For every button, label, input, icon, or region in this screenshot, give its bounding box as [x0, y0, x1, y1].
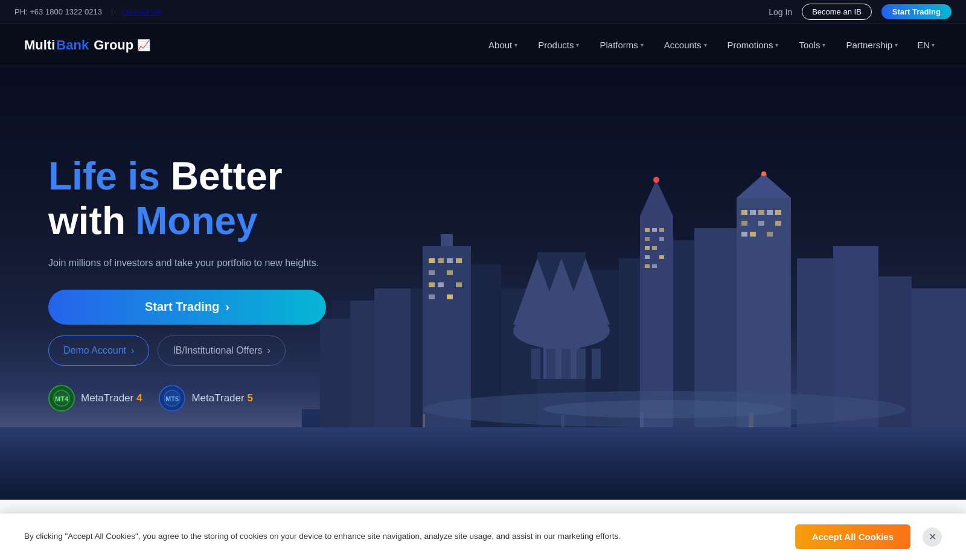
platform-mt4[interactable]: MT4 MetaTrader 4: [48, 385, 142, 412]
svg-rect-14: [374, 288, 411, 439]
hero-cta-row: Demo Account › IB/Institutional Offers ›: [48, 336, 326, 366]
nav-language-chevron: ▾: [932, 42, 935, 48]
cookie-text: By clicking "Accept All Cookies", you ag…: [24, 530, 783, 542]
svg-rect-26: [429, 294, 435, 299]
nav-item-partnership[interactable]: Partnership ▾: [837, 35, 906, 55]
svg-rect-51: [652, 264, 657, 268]
nav-partnership-chevron: ▾: [895, 42, 898, 48]
hero-word-is: is: [128, 154, 171, 198]
svg-rect-42: [652, 228, 657, 232]
nav-item-about[interactable]: About ▾: [480, 35, 526, 55]
mt4-label: MetaTrader 4: [81, 392, 142, 404]
svg-rect-34: [592, 349, 601, 379]
login-button[interactable]: Log In: [769, 7, 792, 17]
svg-rect-49: [659, 255, 664, 259]
mt5-icon: MT5: [159, 385, 185, 412]
svg-rect-18: [438, 258, 444, 263]
svg-rect-65: [741, 232, 747, 237]
cookie-close-icon: ✕: [929, 531, 936, 542]
mt5-number: 5: [247, 392, 252, 404]
svg-rect-46: [645, 246, 650, 250]
hero-subtitle: Join millions of investors and take your…: [48, 256, 326, 270]
hero-title: Life is Better with Money: [48, 154, 326, 243]
contact-us-link[interactable]: Contact Us: [122, 7, 161, 16]
svg-text:MT4: MT4: [55, 395, 69, 402]
nav-about-label: About: [488, 40, 512, 50]
mt4-number: 4: [136, 392, 142, 404]
start-trading-label: Start Trading: [145, 300, 219, 314]
nav-platforms-chevron: ▾: [641, 42, 644, 48]
ib-offers-arrow: ›: [267, 345, 270, 356]
nav-tools-chevron: ▾: [822, 42, 825, 48]
svg-rect-20: [456, 258, 462, 263]
svg-rect-71: [912, 288, 966, 439]
platform-mt5[interactable]: MT5 MetaTrader 5: [159, 385, 252, 412]
nav-partnership-label: Partnership: [846, 40, 892, 50]
nav-item-products[interactable]: Products ▾: [529, 35, 587, 55]
topbar-start-trading-button[interactable]: Start Trading: [881, 4, 952, 19]
hero-platforms: MT4 MetaTrader 4 MT5 MetaTrader 5: [48, 385, 326, 412]
phone-number: PH: +63 1800 1322 0213: [14, 7, 102, 16]
svg-rect-58: [750, 210, 756, 215]
svg-rect-19: [447, 258, 453, 263]
hero-word-better: Better: [171, 154, 283, 198]
logo-chart-icon: 📈: [137, 39, 150, 52]
svg-rect-45: [659, 237, 664, 241]
ib-offers-button[interactable]: IB/Institutional Offers ›: [158, 336, 286, 366]
logo-group: Group: [90, 37, 133, 53]
topbar-divider: [112, 8, 112, 16]
svg-rect-57: [741, 210, 747, 215]
cookie-banner: By clicking "Accept All Cookies", you ag…: [0, 514, 966, 560]
svg-rect-27: [447, 294, 453, 299]
svg-rect-47: [652, 246, 657, 250]
svg-point-77: [543, 400, 785, 418]
nav-item-promotions[interactable]: Promotions ▾: [719, 35, 787, 55]
main-navbar: MultiBank Group 📈 About ▾ Products ▾ Pla…: [0, 24, 966, 66]
svg-text:MT5: MT5: [165, 395, 179, 402]
hero-word-life: Life: [48, 154, 128, 198]
nav-accounts-label: Accounts: [664, 40, 702, 50]
hero-title-line2: with Money: [48, 199, 326, 244]
nav-about-chevron: ▾: [514, 42, 517, 48]
topbar-left: PH: +63 1800 1322 0213 Contact Us: [14, 7, 161, 16]
topbar: PH: +63 1800 1322 0213 Contact Us Log In…: [0, 0, 966, 24]
svg-rect-32: [561, 349, 571, 379]
svg-rect-31: [546, 349, 555, 379]
start-trading-button[interactable]: Start Trading ›: [48, 290, 326, 325]
nav-tools-label: Tools: [799, 40, 820, 50]
svg-rect-60: [767, 210, 773, 215]
cookie-close-button[interactable]: ✕: [923, 527, 942, 547]
svg-rect-48: [645, 255, 650, 259]
svg-rect-16: [441, 234, 453, 246]
demo-account-button[interactable]: Demo Account ›: [48, 336, 149, 366]
demo-account-label: Demo Account: [63, 345, 126, 356]
svg-rect-59: [758, 210, 764, 215]
nav-language-selector[interactable]: EN ▾: [910, 35, 942, 55]
nav-item-tools[interactable]: Tools ▾: [790, 35, 834, 55]
svg-point-56: [761, 171, 766, 176]
svg-point-40: [653, 177, 659, 183]
svg-rect-44: [645, 237, 650, 241]
nav-products-chevron: ▾: [576, 42, 579, 48]
start-trading-arrow: ›: [225, 300, 229, 314]
nav-accounts-chevron: ▾: [704, 42, 707, 48]
nav-item-platforms[interactable]: Platforms ▾: [591, 35, 651, 55]
hero-section: Life is Better with Money Join millions …: [0, 66, 966, 500]
logo-bank: Bank: [56, 37, 89, 53]
svg-rect-67: [767, 232, 773, 237]
demo-account-arrow: ›: [131, 345, 134, 356]
svg-rect-43: [659, 228, 664, 232]
nav-item-accounts[interactable]: Accounts ▾: [656, 35, 715, 55]
mt4-icon: MT4: [48, 385, 75, 412]
svg-rect-22: [447, 270, 453, 275]
svg-rect-61: [775, 210, 781, 215]
accept-cookies-button[interactable]: Accept All Cookies: [795, 524, 910, 549]
svg-marker-39: [640, 180, 673, 216]
become-ib-button[interactable]: Become an IB: [802, 4, 872, 20]
logo[interactable]: MultiBank Group 📈: [24, 37, 150, 53]
svg-rect-25: [456, 282, 462, 287]
nav-promotions-chevron: ▾: [775, 42, 778, 48]
hero-content: Life is Better with Money Join millions …: [0, 154, 374, 411]
mt5-label: MetaTrader 5: [191, 392, 252, 404]
hero-water: [0, 427, 966, 500]
